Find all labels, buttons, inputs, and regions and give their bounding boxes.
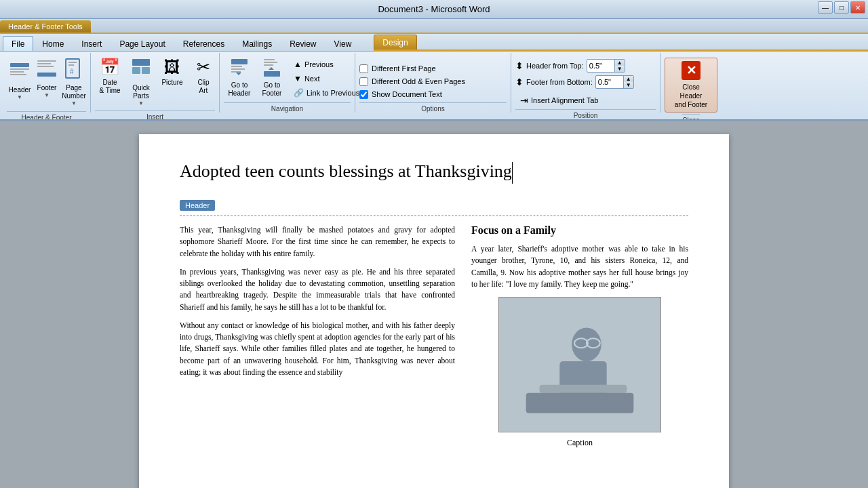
group-insert-label: Insert <box>95 110 215 121</box>
tab-references[interactable]: References <box>174 36 233 51</box>
document-page[interactable]: Adopted teen counts blessings at Thanksg… <box>139 134 729 488</box>
svg-rect-16 <box>231 66 242 67</box>
minimize-button[interactable]: — <box>818 1 833 14</box>
tab-file[interactable]: File <box>3 36 33 51</box>
footer-bottom-spinners[interactable]: ▲ ▼ <box>623 76 633 88</box>
picture-button[interactable]: 🖼 Picture <box>157 55 187 89</box>
date-time-icon: 📅 <box>100 58 120 77</box>
svg-text:#: # <box>70 68 74 75</box>
page-number-icon: # <box>63 58 85 83</box>
svg-rect-14 <box>142 67 150 74</box>
header-button[interactable]: Header ▼ <box>7 55 33 104</box>
link-to-previous-button[interactable]: 🔗 Link to Previous <box>289 86 364 100</box>
contextual-tab-label[interactable]: Header & Footer Tools <box>0 20 91 33</box>
different-odd-even-input[interactable] <box>359 77 368 86</box>
svg-rect-7 <box>37 73 56 77</box>
header-from-top-input[interactable] <box>587 61 614 70</box>
picture-label: Picture <box>161 79 182 87</box>
header-position-icon: ⬍ <box>515 60 524 71</box>
goto-header-icon <box>229 58 250 80</box>
title-text: Document3 - Microsoft Word <box>378 4 490 14</box>
close-header-footer-label: Close Headerand Footer <box>671 83 711 109</box>
tab-view[interactable]: View <box>326 36 361 51</box>
header-tag: Header <box>180 200 215 211</box>
link-icon: 🔗 <box>294 88 304 98</box>
svg-rect-4 <box>37 60 56 62</box>
footer-bottom-down[interactable]: ▼ <box>624 82 633 88</box>
quick-parts-icon <box>131 58 151 83</box>
svg-rect-15 <box>231 59 248 64</box>
tab-mailings[interactable]: Mailings <box>233 36 281 51</box>
group-header-footer: Header ▼ Footer ▼ # PageNumber <box>3 53 91 113</box>
header-icon <box>9 60 31 85</box>
header-top-spinners[interactable]: ▲ ▼ <box>614 60 625 72</box>
header-top-up[interactable]: ▲ <box>615 60 625 66</box>
picture-icon: 🖼 <box>164 58 180 77</box>
svg-rect-0 <box>10 63 29 67</box>
clip-art-button[interactable]: ✂ ClipArt <box>189 55 218 98</box>
svg-rect-10 <box>68 64 74 66</box>
different-odd-even-checkbox[interactable]: Different Odd & Even Pages <box>359 77 465 86</box>
insert-alignment-tab-button[interactable]: ⇥ Insert Alignment Tab <box>515 93 603 108</box>
page-number-button[interactable]: # PageNumber ▼ <box>61 55 87 110</box>
footer-button[interactable]: Footer ▼ <box>34 55 60 102</box>
date-time-button[interactable]: 📅 Date& Time <box>95 55 125 98</box>
close-window-button[interactable]: ✕ <box>850 1 865 14</box>
page-number-label: PageNumber <box>62 84 86 100</box>
quick-parts-button[interactable]: QuickParts ▼ <box>126 55 156 109</box>
tab-review[interactable]: Review <box>281 36 325 51</box>
photo-placeholder-svg <box>499 297 660 432</box>
photo-box <box>498 297 661 432</box>
group-position-label: Position <box>515 109 656 119</box>
footer-bottom-up[interactable]: ▲ <box>624 76 633 82</box>
tab-home[interactable]: Home <box>33 36 73 51</box>
show-document-text-label: Show Document Text <box>372 90 442 98</box>
footer-from-bottom-label: Footer from Bottom: <box>526 78 593 86</box>
svg-rect-1 <box>10 68 29 70</box>
footer-from-bottom-input-wrap[interactable]: ▲ ▼ <box>595 75 634 89</box>
maximize-button[interactable]: □ <box>834 1 849 14</box>
show-document-text-input[interactable] <box>359 90 368 99</box>
left-column: This year, Thanksgiving will finally be … <box>180 224 455 448</box>
paragraph-1: This year, Thanksgiving will finally be … <box>180 224 455 260</box>
footer-from-bottom-input[interactable] <box>596 77 623 87</box>
title-bar: Document3 - Microsoft Word — □ ✕ <box>0 0 868 19</box>
svg-rect-5 <box>37 63 51 64</box>
svg-rect-2 <box>10 71 24 73</box>
previous-button[interactable]: ▲ Previous <box>289 58 364 71</box>
ribbon-tabs: File Home Insert Page Layout References … <box>0 34 868 52</box>
svg-rect-12 <box>132 59 150 66</box>
footer-from-bottom-row: ⬍ Footer from Bottom: ▲ ▼ <box>515 75 634 89</box>
different-first-page-input[interactable] <box>359 64 368 73</box>
paragraph-3: Without any contact or knowledge of his … <box>180 320 455 378</box>
tab-pagelayout[interactable]: Page Layout <box>111 36 174 51</box>
group-navigation: Go toHeader Go toFooter ▲ Previous <box>220 53 355 113</box>
previous-label: Previous <box>304 60 334 68</box>
header-label-area: Header <box>180 201 688 210</box>
document-title: Adopted teen counts blessings at Thanksg… <box>180 161 688 184</box>
goto-footer-button[interactable]: Go toFooter <box>256 55 288 100</box>
footer-icon <box>36 58 58 83</box>
header-label: Header <box>9 86 31 94</box>
goto-header-button[interactable]: Go toHeader <box>224 55 255 100</box>
header-top-down[interactable]: ▼ <box>615 66 625 72</box>
next-button[interactable]: ▼ Next <box>289 72 364 85</box>
tab-insert[interactable]: Insert <box>73 36 111 51</box>
tab-design[interactable]: Design <box>374 35 416 49</box>
goto-footer-icon <box>262 58 282 80</box>
header-region: Adopted teen counts blessings at Thanksg… <box>180 161 688 195</box>
header-from-top-input-wrap[interactable]: ▲ ▼ <box>587 59 625 73</box>
window-controls[interactable]: — □ ✕ <box>818 1 865 14</box>
svg-rect-19 <box>264 59 275 60</box>
next-icon: ▼ <box>294 74 302 83</box>
caption-text: Caption <box>471 438 688 448</box>
text-cursor <box>512 162 513 183</box>
close-x-icon: ✕ <box>682 61 701 80</box>
group-insert: 📅 Date& Time QuickParts ▼ 🖼 Picture ✂ C <box>91 53 220 113</box>
group-options: Different First Page Different Odd & Eve… <box>355 53 511 113</box>
insert-alignment-tab-label: Insert Alignment Tab <box>531 96 598 104</box>
different-first-page-checkbox[interactable]: Different First Page <box>359 64 436 73</box>
close-header-footer-button[interactable]: ✕ Close Headerand Footer <box>665 58 717 113</box>
show-document-text-checkbox[interactable]: Show Document Text <box>359 90 442 99</box>
svg-rect-6 <box>37 66 54 67</box>
